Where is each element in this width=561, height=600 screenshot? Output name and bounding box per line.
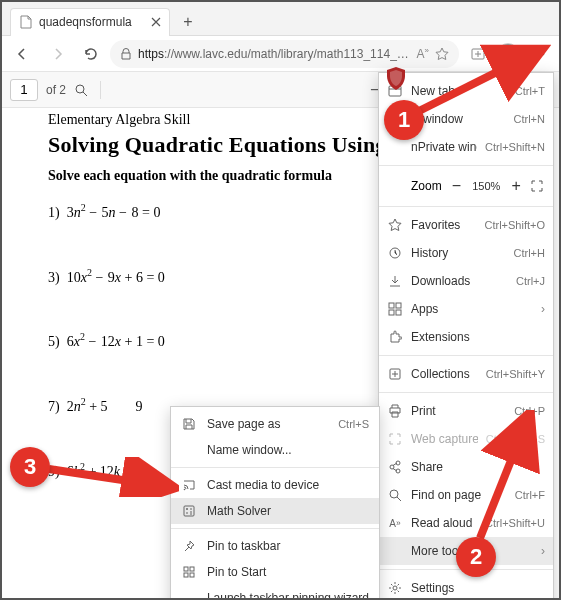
svg-point-4 xyxy=(76,85,84,93)
menu-settings[interactable]: Settings xyxy=(379,574,553,600)
svg-point-17 xyxy=(393,586,397,590)
zoom-in-button[interactable]: + xyxy=(507,176,525,196)
math-icon xyxy=(181,504,197,518)
page-icon xyxy=(19,15,33,29)
annotation-arrow-2 xyxy=(470,410,540,545)
svg-line-26 xyxy=(480,418,528,538)
refresh-button[interactable] xyxy=(76,39,106,69)
download-icon xyxy=(387,274,403,288)
annotation-badge-3: 3 xyxy=(10,447,50,487)
chevron-right-icon: › xyxy=(541,544,545,558)
page-number-input[interactable] xyxy=(10,79,38,101)
fullscreen-icon[interactable] xyxy=(531,180,545,192)
svg-point-19 xyxy=(184,489,186,491)
gear-icon xyxy=(387,581,403,595)
annotation-arrow-1 xyxy=(407,42,552,117)
submenu-name-window[interactable]: Name window... xyxy=(171,437,379,463)
shield-icon xyxy=(385,67,407,91)
svg-point-16 xyxy=(390,490,398,498)
menu-collections[interactable]: Collections Ctrl+Shift+Y xyxy=(379,360,553,388)
share-icon xyxy=(387,460,403,474)
submenu-math-solver[interactable]: Math Solver xyxy=(171,498,379,524)
menu-downloads[interactable]: Downloads Ctrl+J xyxy=(379,267,553,295)
menu-history[interactable]: History Ctrl+H xyxy=(379,239,553,267)
pin-start-icon xyxy=(181,565,197,579)
svg-line-25 xyxy=(417,52,537,112)
find-icon xyxy=(387,488,403,502)
annotation-arrow-3 xyxy=(44,457,179,497)
lock-icon xyxy=(120,48,132,60)
tab-close-icon[interactable] xyxy=(151,17,161,27)
back-button[interactable] xyxy=(8,39,38,69)
submenu-save-as[interactable]: Save page as Ctrl+S xyxy=(171,411,379,437)
annotation-badge-1: 1 xyxy=(384,100,424,140)
svg-rect-10 xyxy=(389,310,394,315)
submenu-cast[interactable]: Cast media to device xyxy=(171,472,379,498)
zoom-percent: 150% xyxy=(471,180,501,192)
menu-favorites[interactable]: Favorites Ctrl+Shift+O xyxy=(379,211,553,239)
menu-zoom-row: Zoom − 150% + xyxy=(379,170,553,202)
save-icon xyxy=(181,417,197,431)
svg-line-27 xyxy=(49,469,169,487)
collections-icon xyxy=(387,367,403,381)
svg-rect-8 xyxy=(389,303,394,308)
search-pdf-icon[interactable] xyxy=(74,83,88,97)
new-tab-button[interactable]: + xyxy=(174,8,202,36)
svg-rect-21 xyxy=(184,567,188,571)
page-count-label: of 2 xyxy=(46,83,66,97)
star-icon xyxy=(387,218,403,232)
svg-rect-22 xyxy=(190,567,194,571)
read-aloud-icon: A» xyxy=(387,518,403,529)
svg-rect-20 xyxy=(184,506,194,516)
submenu-pin-taskbar[interactable]: Pin to taskbar xyxy=(171,533,379,559)
svg-rect-23 xyxy=(184,573,188,577)
capture-icon xyxy=(387,432,403,446)
svg-rect-9 xyxy=(396,303,401,308)
pin-icon xyxy=(181,539,197,553)
equation-1: 1) 3n2 − 5n − 8 = 0 xyxy=(48,202,358,221)
extensions-icon xyxy=(387,330,403,344)
zoom-out-button[interactable]: − xyxy=(448,176,466,196)
url-text: https://www.lavc.edu/math/library/math11… xyxy=(138,47,411,61)
equation-5: 5) 6x2 − 12x + 1 = 0 xyxy=(48,331,358,350)
menu-apps[interactable]: Apps › xyxy=(379,295,553,323)
browser-tab[interactable]: quadeqnsformula xyxy=(10,8,170,36)
history-icon xyxy=(387,246,403,260)
tab-bar: quadeqnsformula + xyxy=(2,2,559,36)
svg-rect-24 xyxy=(190,573,194,577)
tab-title: quadeqnsformula xyxy=(39,15,145,29)
submenu-pin-start[interactable]: Pin to Start xyxy=(171,559,379,585)
svg-rect-11 xyxy=(396,310,401,315)
annotation-badge-2: 2 xyxy=(456,537,496,577)
menu-extensions[interactable]: Extensions xyxy=(379,323,553,351)
svg-point-13 xyxy=(390,465,394,469)
more-tools-menu: Save page as Ctrl+S Name window... Cast … xyxy=(170,406,380,600)
print-icon xyxy=(387,404,403,418)
submenu-launch-wizard[interactable]: Launch taskbar pinning wizard xyxy=(171,585,379,600)
cast-icon xyxy=(181,478,197,492)
apps-icon xyxy=(387,302,403,316)
forward-button[interactable] xyxy=(42,39,72,69)
chevron-right-icon: › xyxy=(541,302,545,316)
equation-3: 3) 10x2 − 9x + 6 = 0 xyxy=(48,267,358,286)
